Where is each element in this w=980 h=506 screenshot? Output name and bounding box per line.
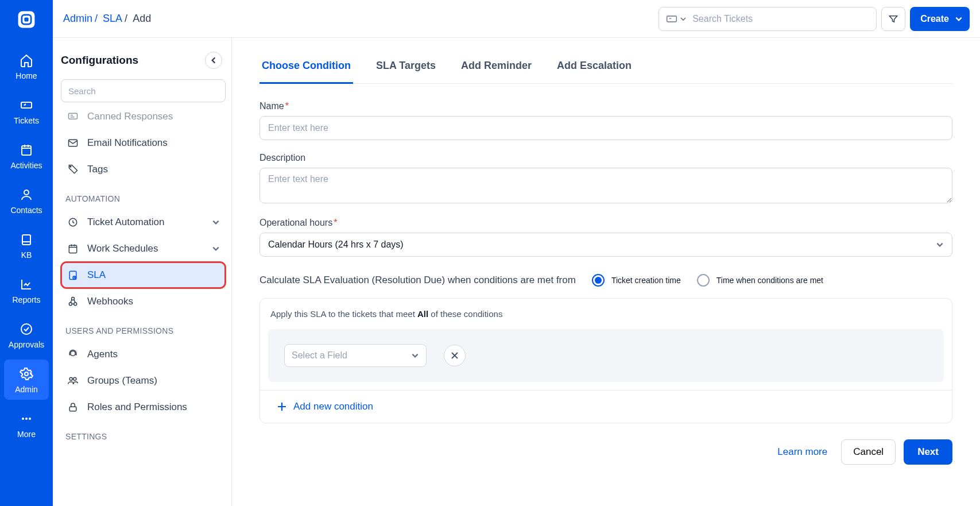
conditions-panel: Apply this SLA to the tickets that meet … — [259, 298, 952, 423]
chevron-down-icon — [680, 16, 687, 22]
svg-rect-4 — [22, 146, 31, 155]
nav-label: Admin — [15, 385, 38, 394]
nav-approvals[interactable]: Approvals — [4, 315, 49, 355]
group-users-label: USERS AND PERMISSIONS — [61, 315, 226, 341]
operational-hours-select[interactable]: Calendar Hours (24 hrs x 7 days) — [259, 233, 952, 257]
sidebar-item-groups[interactable]: Groups (Teams) — [61, 368, 226, 394]
svg-point-11 — [29, 418, 31, 420]
activities-icon — [19, 142, 34, 157]
description-input[interactable] — [259, 168, 952, 203]
left-nav: Home Tickets Activities Contacts KB Repo… — [0, 0, 53, 506]
create-button[interactable]: Create — [910, 7, 970, 31]
nav-more[interactable]: More — [4, 404, 49, 445]
sidebar-item-work-schedules[interactable]: Work Schedules — [61, 235, 226, 262]
tab-add-escalation[interactable]: Add Escalation — [555, 54, 634, 84]
learn-more-link[interactable]: Learn more — [777, 446, 827, 458]
sidebar-item-roles[interactable]: Roles and Permissions — [61, 394, 226, 420]
sidebar-item-ticket-automation[interactable]: Ticket Automation — [61, 209, 226, 235]
lock-icon — [67, 401, 79, 414]
remove-condition-button[interactable] — [444, 345, 466, 366]
nav-kb[interactable]: KB — [4, 225, 49, 265]
tab-add-reminder[interactable]: Add Reminder — [459, 54, 534, 84]
nav-label: Reports — [12, 295, 40, 304]
description-label: Description — [259, 153, 952, 163]
approvals-icon — [19, 322, 34, 337]
radio-text: Ticket creation time — [611, 276, 681, 285]
search-scope-icon[interactable] — [666, 14, 687, 24]
radio-icon — [697, 274, 710, 287]
search-tickets-wrapper[interactable] — [659, 7, 877, 31]
svg-rect-12 — [667, 16, 677, 22]
groups-icon — [67, 374, 79, 387]
nav-label: Home — [16, 71, 37, 80]
tab-sla-targets[interactable]: SLA Targets — [374, 54, 438, 84]
group-settings-label: SETTINGS — [61, 420, 226, 447]
nav-contacts[interactable]: Contacts — [4, 180, 49, 221]
create-label: Create — [920, 14, 949, 24]
nav-label: KB — [21, 250, 32, 260]
sidebar-item-label: Canned Responses — [87, 111, 173, 122]
config-search-input[interactable] — [61, 79, 226, 102]
chevron-down-icon — [212, 218, 220, 226]
condition-field-select[interactable]: Select a Field — [284, 344, 427, 367]
webhook-icon — [67, 295, 79, 308]
config-title: Configurations — [61, 54, 138, 67]
nav-home[interactable]: Home — [4, 46, 49, 86]
radio-conditions-met[interactable]: Time when conditions are met — [697, 274, 823, 287]
breadcrumb-current: Add — [133, 13, 151, 24]
nav-tickets[interactable]: Tickets — [4, 91, 49, 131]
radio-icon — [592, 274, 605, 287]
sidebar-item-label: Roles and Permissions — [87, 401, 187, 413]
nav-reports[interactable]: Reports — [4, 270, 49, 310]
nav-label: Activities — [10, 161, 42, 170]
sidebar-item-webhooks[interactable]: Webhooks — [61, 288, 226, 315]
name-label: Name* — [259, 101, 952, 111]
breadcrumb-sla[interactable]: SLA — [103, 13, 122, 24]
kb-icon — [19, 232, 34, 247]
svg-rect-13 — [69, 113, 78, 119]
home-icon — [19, 53, 34, 68]
nav-activities[interactable]: Activities — [4, 136, 49, 176]
nav-admin[interactable]: Admin — [4, 360, 49, 400]
chevron-down-icon — [955, 15, 963, 23]
breadcrumb: Admin/ SLA/ Add — [63, 13, 151, 25]
filter-button[interactable] — [881, 7, 905, 31]
sidebar-item-sla[interactable]: SLA — [61, 262, 226, 288]
svg-point-24 — [69, 377, 72, 380]
tag-icon — [67, 163, 79, 176]
nav-label: Approvals — [9, 340, 44, 349]
name-input[interactable] — [259, 116, 952, 140]
contacts-icon — [19, 187, 34, 202]
sidebar-item-label: Ticket Automation — [87, 217, 165, 228]
svg-point-10 — [25, 418, 28, 420]
tickets-icon — [19, 98, 34, 113]
svg-rect-2 — [24, 17, 28, 21]
calc-label: Calculate SLA Evaluation (Resolution Due… — [259, 275, 576, 286]
radio-text: Time when conditions are met — [716, 276, 823, 285]
radio-ticket-creation[interactable]: Ticket creation time — [592, 274, 681, 287]
search-tickets-input[interactable] — [692, 14, 869, 24]
more-icon — [19, 411, 34, 426]
sidebar-item-agents[interactable]: Agents — [61, 341, 226, 368]
nav-label: Contacts — [10, 206, 42, 215]
tabs: Choose Condition SLA Targets Add Reminde… — [259, 54, 952, 84]
next-button[interactable]: Next — [904, 439, 952, 465]
chevron-down-icon — [212, 245, 220, 253]
config-sidebar: Configurations Canned Responses Email No… — [53, 38, 232, 506]
sla-icon — [67, 269, 79, 281]
close-icon — [450, 351, 459, 360]
sidebar-item-email-notifications[interactable]: Email Notifications — [61, 130, 226, 156]
sidebar-item-label: Groups (Teams) — [87, 375, 157, 387]
cancel-button[interactable]: Cancel — [841, 439, 896, 465]
svg-rect-26 — [69, 407, 76, 411]
add-condition-button[interactable]: Add new condition — [276, 401, 373, 412]
sidebar-item-tags[interactable]: Tags — [61, 156, 226, 183]
collapse-sidebar-button[interactable] — [205, 52, 222, 69]
chevron-left-icon — [210, 56, 218, 64]
tab-choose-condition[interactable]: Choose Condition — [259, 54, 353, 84]
breadcrumb-admin[interactable]: Admin — [63, 13, 92, 24]
app-logo[interactable] — [14, 7, 39, 32]
conditions-header: Apply this SLA to the tickets that meet … — [260, 299, 952, 326]
sidebar-item-canned-responses[interactable]: Canned Responses — [61, 103, 226, 130]
sidebar-item-label: Tags — [87, 164, 108, 175]
